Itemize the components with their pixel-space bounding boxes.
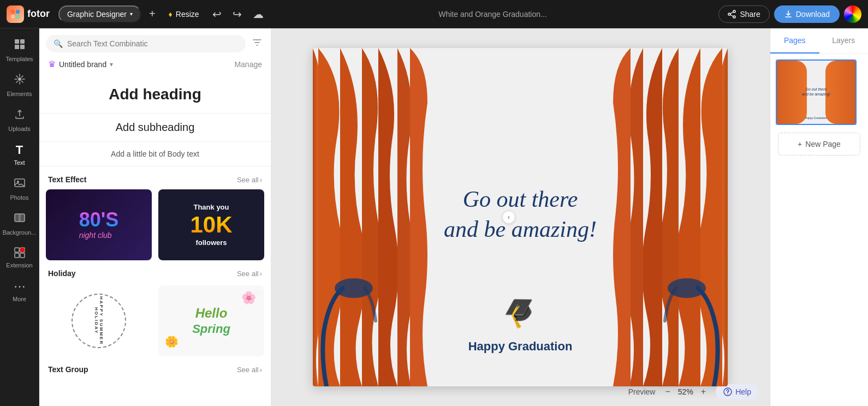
text-effect-80s-card[interactable]: 80'S night club bbox=[46, 189, 152, 260]
summer-text: HAPPY SUMMER HOLIDAY bbox=[94, 295, 104, 347]
redo-button[interactable]: ↪ bbox=[229, 4, 245, 24]
svg-rect-0 bbox=[11, 10, 15, 14]
sidebar-item-extension-label: Extension bbox=[6, 262, 32, 268]
page-thumb-1[interactable]: Go out there and be amazing! Happy Gradu… bbox=[776, 59, 857, 125]
summer-circle: HAPPY SUMMER HOLIDAY bbox=[60, 285, 137, 356]
sidebar-item-backgrounds-label: Backgroun... bbox=[3, 229, 37, 236]
new-page-button[interactable]: + New Page bbox=[778, 133, 860, 156]
svg-rect-20 bbox=[15, 253, 19, 258]
fotor-logo[interactable]: fotor bbox=[7, 5, 50, 23]
sidebar-item-elements[interactable]: Elements bbox=[1, 68, 38, 103]
filter-button[interactable] bbox=[250, 35, 264, 52]
doc-title: White and Orange Graduation... bbox=[271, 10, 715, 19]
main-layout: Templates Elements Uploads T Text Photos bbox=[0, 28, 868, 406]
curtain-left-svg bbox=[313, 48, 427, 386]
sidebar-item-more[interactable]: ⋯ More bbox=[1, 274, 38, 308]
preview-button[interactable]: Preview bbox=[628, 387, 656, 396]
add-body-button[interactable]: Add a little bit of Body text bbox=[39, 141, 271, 166]
add-heading-button[interactable]: Add heading bbox=[39, 76, 271, 113]
sidebar-item-uploads[interactable]: Uploads bbox=[1, 103, 38, 138]
tab-layers[interactable]: Layers bbox=[819, 28, 869, 53]
extension-icon-wrap bbox=[14, 247, 26, 260]
extension-notification-dot bbox=[20, 248, 25, 252]
panel-scroll: Add heading Add subheading Add a little … bbox=[39, 76, 271, 406]
spring-flower2-icon: 🌼 bbox=[165, 335, 179, 348]
svg-rect-18 bbox=[15, 248, 19, 252]
text-icon: T bbox=[16, 143, 23, 157]
user-avatar[interactable] bbox=[844, 5, 861, 23]
brand-name[interactable]: ♛ Untitled brand ▾ bbox=[48, 59, 113, 69]
search-input[interactable] bbox=[67, 39, 238, 48]
sidebar-item-templates-label: Templates bbox=[5, 56, 33, 62]
svg-rect-12 bbox=[20, 45, 25, 49]
add-subheading-button[interactable]: Add subheading bbox=[39, 113, 271, 141]
designer-dropdown[interactable]: Graphic Designer ▾ bbox=[58, 5, 141, 23]
search-input-wrap: 🔍 bbox=[46, 35, 246, 52]
svg-rect-9 bbox=[15, 39, 19, 44]
svg-point-13 bbox=[18, 77, 21, 81]
spring-spring-text: Spring bbox=[192, 322, 230, 336]
canvas-happy-graduation: Happy Graduation bbox=[468, 339, 573, 354]
brand-crown-icon: ♛ bbox=[48, 59, 56, 69]
thumb-inner-1: Go out there and be amazing! Happy Gradu… bbox=[777, 61, 855, 124]
svg-point-5 bbox=[733, 16, 735, 18]
chevron-right-icon-group: › bbox=[260, 366, 262, 374]
zoom-in-button[interactable]: + bbox=[698, 386, 709, 398]
text-group-section-header: Text Group See all › bbox=[39, 356, 271, 379]
help-button[interactable]: Help bbox=[716, 384, 759, 399]
templates-icon bbox=[14, 38, 26, 53]
svg-rect-11 bbox=[15, 45, 19, 49]
panel-collapse-button[interactable]: ‹ bbox=[502, 211, 515, 224]
text-group-title: Text Group bbox=[48, 365, 88, 374]
text-group-see-all-button[interactable]: See all › bbox=[237, 366, 262, 374]
upload-cloud-button[interactable]: ☁ bbox=[249, 4, 267, 24]
sidebar-item-uploads-label: Uploads bbox=[8, 126, 30, 132]
sidebar-item-templates[interactable]: Templates bbox=[1, 33, 38, 68]
brand-dropdown-icon: ▾ bbox=[110, 61, 113, 68]
search-icon: 🔍 bbox=[53, 39, 63, 48]
holiday-spring-card[interactable]: 🌸 Hello Spring 🌼 ♡ bbox=[158, 285, 264, 356]
resize-icon: ♦ bbox=[169, 10, 173, 19]
new-page-plus-icon: + bbox=[798, 140, 802, 148]
sidebar-item-backgrounds[interactable]: Backgroun... bbox=[1, 206, 38, 241]
left-panel: 🔍 ♛ Untitled brand ▾ Manage Add heading … bbox=[39, 28, 271, 406]
sidebar-item-photos-label: Photos bbox=[10, 194, 28, 201]
add-button[interactable]: + bbox=[146, 4, 159, 23]
topbar: fotor Graphic Designer ▾ + ♦ Resize ↩ ↪ … bbox=[0, 0, 868, 28]
more-icon: ⋯ bbox=[14, 279, 26, 294]
fotor-logo-text: fotor bbox=[27, 8, 50, 20]
holiday-cards: HAPPY SUMMER HOLIDAY 🌸 Hello Spring 🌼 ♡ bbox=[39, 285, 271, 356]
svg-line-7 bbox=[730, 12, 733, 14]
manage-button[interactable]: Manage bbox=[234, 60, 262, 69]
holiday-summer-card[interactable]: HAPPY SUMMER HOLIDAY bbox=[46, 285, 152, 356]
diploma-icon: 🎓 bbox=[498, 288, 543, 332]
thumb-happy-text: Happy Graduation bbox=[805, 116, 828, 120]
tab-pages[interactable]: Pages bbox=[770, 28, 819, 53]
text-effect-see-all-button[interactable]: See all › bbox=[237, 176, 262, 184]
spring-hello-text: Hello bbox=[195, 306, 228, 321]
text-effect-10k-card[interactable]: Thank you 10K followers bbox=[158, 189, 264, 260]
text-effect-title: Text Effect bbox=[48, 175, 87, 184]
svg-rect-3 bbox=[16, 15, 20, 19]
share-button[interactable]: Share bbox=[718, 5, 769, 23]
canvas-bottom-controls: Preview − 52% + Help bbox=[628, 384, 759, 399]
zoom-out-button[interactable]: − bbox=[662, 386, 673, 398]
svg-rect-17 bbox=[19, 214, 21, 222]
undo-button[interactable]: ↩ bbox=[209, 4, 225, 24]
resize-button[interactable]: ♦ Resize bbox=[163, 7, 205, 22]
new-page-label: New Page bbox=[805, 140, 841, 148]
holiday-see-all-button[interactable]: See all › bbox=[237, 270, 262, 278]
svg-rect-2 bbox=[11, 15, 15, 19]
elements-icon bbox=[14, 73, 26, 88]
chevron-right-icon: › bbox=[260, 176, 262, 184]
sidebar-item-photos[interactable]: Photos bbox=[1, 171, 38, 206]
pages-content: Go out there and be amazing! Happy Gradu… bbox=[770, 54, 868, 406]
text-effect-section-header: Text Effect See all › bbox=[39, 166, 271, 189]
svg-point-4 bbox=[733, 10, 735, 13]
canvas-content[interactable]: Go out there and be amazing! 🎓 Happy Gra… bbox=[313, 48, 728, 386]
svg-line-8 bbox=[730, 15, 733, 16]
sidebar-item-extension[interactable]: Extension bbox=[1, 241, 38, 274]
sidebar-item-text[interactable]: T Text bbox=[1, 138, 38, 171]
download-button[interactable]: Download bbox=[774, 5, 840, 23]
card-80s-text: 80'S night club bbox=[79, 210, 119, 240]
